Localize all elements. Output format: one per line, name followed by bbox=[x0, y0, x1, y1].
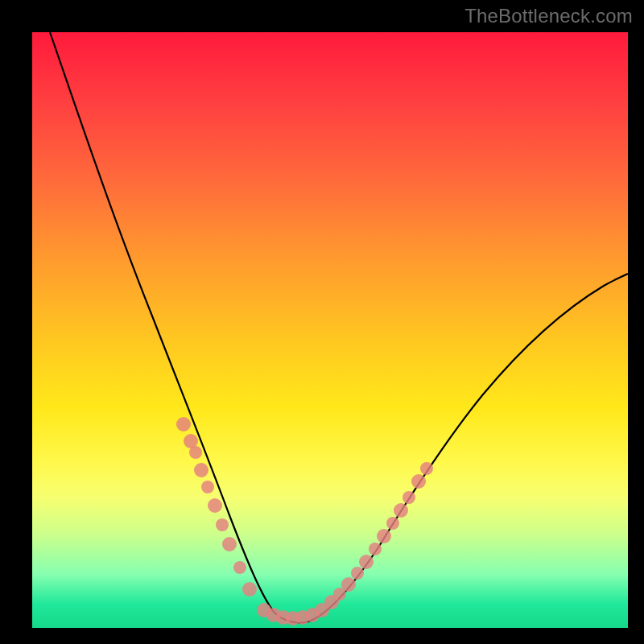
marker-dot bbox=[222, 537, 237, 551]
marker-dot bbox=[411, 474, 426, 489]
marker-dot bbox=[369, 543, 382, 555]
chart-svg bbox=[32, 32, 628, 628]
marker-dot bbox=[377, 529, 391, 543]
curve-layer bbox=[50, 32, 628, 623]
marker-dot bbox=[208, 498, 222, 513]
marker-dot bbox=[420, 462, 433, 475]
marker-dot bbox=[189, 446, 202, 459]
marker-dot bbox=[242, 582, 257, 597]
marker-dot bbox=[394, 503, 408, 518]
marker-dot bbox=[233, 561, 246, 574]
marker-dot bbox=[386, 517, 399, 530]
plot-area bbox=[32, 32, 628, 628]
bottleneck-curve bbox=[50, 32, 628, 623]
marker-dot bbox=[194, 463, 208, 477]
chart-frame: TheBottleneck.com bbox=[0, 0, 644, 644]
marker-dot bbox=[359, 555, 374, 569]
marker-layer bbox=[176, 417, 433, 625]
marker-dot bbox=[351, 567, 364, 580]
watermark-text: TheBottleneck.com bbox=[464, 5, 633, 27]
marker-dot bbox=[402, 491, 415, 504]
marker-dot bbox=[341, 577, 356, 592]
marker-dot bbox=[176, 417, 191, 431]
marker-dot bbox=[216, 518, 229, 531]
marker-dot bbox=[201, 481, 214, 493]
